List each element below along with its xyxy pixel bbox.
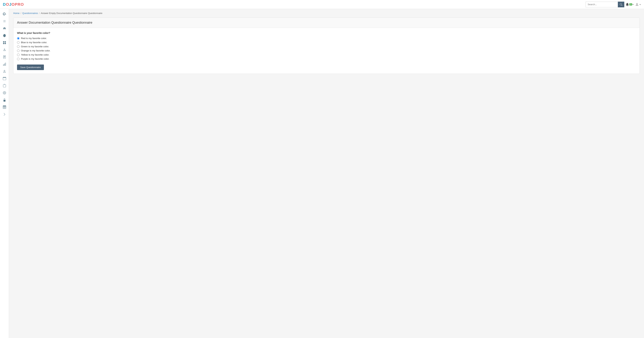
navbar-right: 0 <box>586 2 641 7</box>
list-icon <box>3 20 6 23</box>
sidebar-item-chart[interactable] <box>1 61 8 68</box>
user-chevron-icon <box>639 4 641 6</box>
main-layout: Home / Questionnaires / Answer Empty Doc… <box>0 9 644 338</box>
sidebar-item-clipboard[interactable] <box>1 82 8 89</box>
sidebar-item-lock[interactable] <box>1 97 8 103</box>
sidebar-item-table[interactable] <box>1 104 8 110</box>
radio-orange[interactable] <box>17 50 20 52</box>
sidebar-item-grid[interactable] <box>1 40 8 46</box>
label-orange[interactable]: Orange is my favorite color. <box>21 49 50 52</box>
radio-yellow[interactable] <box>17 54 20 56</box>
radio-green[interactable] <box>17 45 20 48</box>
notifications-badge: 0 <box>629 3 632 6</box>
table-icon <box>3 106 6 109</box>
label-blue[interactable]: Blue is my favorite color. <box>21 41 47 44</box>
inbox-icon <box>3 27 6 30</box>
bug-icon <box>3 34 6 37</box>
logo-text: DOJOPRO <box>3 2 24 7</box>
search-button[interactable] <box>618 2 624 7</box>
user-icon <box>636 3 638 6</box>
radio-red[interactable] <box>17 37 20 40</box>
sidebar-item-org[interactable] <box>1 46 8 53</box>
search-input[interactable] <box>586 2 618 7</box>
save-questionnaire-button[interactable]: Save Questionnaire <box>17 64 44 70</box>
breadcrumb-sep-1: / <box>20 12 21 14</box>
navbar-left: DOJOPRO <box>3 2 24 7</box>
calendar-icon <box>3 77 6 80</box>
bell-icon <box>626 3 629 6</box>
page-card: Answer Documentation Questionnaire Quest… <box>13 18 640 74</box>
breadcrumb-sep-2: / <box>39 12 40 14</box>
question-label: What is your favorite color? <box>17 32 636 34</box>
sidebar-item-bug[interactable] <box>1 32 8 39</box>
lock-icon <box>3 98 6 102</box>
sidebar-item-settings[interactable] <box>1 90 8 96</box>
document-icon <box>3 56 6 58</box>
palette-icon <box>3 12 6 16</box>
page-card-body: What is your favorite color? Red is my f… <box>14 28 640 74</box>
radio-purple[interactable] <box>17 58 20 60</box>
breadcrumb-current: Answer Empty Documentation Questionnaire… <box>41 12 102 14</box>
page-card-header: Answer Documentation Questionnaire Quest… <box>14 18 640 28</box>
label-red[interactable]: Red is my favorite color. <box>21 37 47 40</box>
chart-icon <box>3 62 6 66</box>
label-yellow[interactable]: Yellow is my favorite color. <box>21 54 49 56</box>
breadcrumb-questionnaires[interactable]: Questionnaires <box>22 12 38 14</box>
content-area: Home / Questionnaires / Answer Empty Doc… <box>9 9 644 338</box>
search-icon <box>620 3 622 6</box>
search-container <box>586 2 624 7</box>
label-green[interactable]: Green is my favorite color. <box>21 45 49 48</box>
person-icon <box>3 70 6 73</box>
label-purple[interactable]: Purple is my favorite color. <box>21 58 49 60</box>
arrow-icon <box>3 113 6 116</box>
radio-option-green: Green is my favorite color. <box>17 45 636 48</box>
radio-blue[interactable] <box>17 41 20 44</box>
notifications-button[interactable]: 0 <box>626 3 634 6</box>
radio-option-orange: Orange is my favorite color. <box>17 49 636 52</box>
sidebar-item-arrow[interactable] <box>1 111 8 118</box>
sidebar-item-person[interactable] <box>1 68 8 74</box>
chevron-down-icon <box>632 4 634 6</box>
sidebar-item-inbox[interactable] <box>1 25 8 32</box>
user-menu-button[interactable] <box>636 3 641 6</box>
org-icon <box>3 48 6 52</box>
breadcrumb-home[interactable]: Home <box>13 12 20 14</box>
grid-icon <box>3 41 6 44</box>
radio-option-purple: Purple is my favorite color. <box>17 58 636 60</box>
logo: DOJOPRO <box>3 2 24 7</box>
sidebar-item-calendar[interactable] <box>1 75 8 82</box>
clipboard-icon <box>3 84 6 87</box>
page-title: Answer Documentation Questionnaire Quest… <box>17 21 636 24</box>
navbar: DOJOPRO 0 <box>0 0 644 9</box>
sidebar-item-palette[interactable] <box>1 11 8 17</box>
settings-icon <box>3 91 6 94</box>
radio-option-yellow: Yellow is my favorite color. <box>17 54 636 56</box>
sidebar <box>0 9 9 338</box>
breadcrumb: Home / Questionnaires / Answer Empty Doc… <box>13 12 640 14</box>
sidebar-item-document[interactable] <box>1 54 8 60</box>
sidebar-item-list[interactable] <box>1 18 8 24</box>
radio-option-red: Red is my favorite color. <box>17 37 636 40</box>
radio-option-blue: Blue is my favorite color. <box>17 41 636 44</box>
